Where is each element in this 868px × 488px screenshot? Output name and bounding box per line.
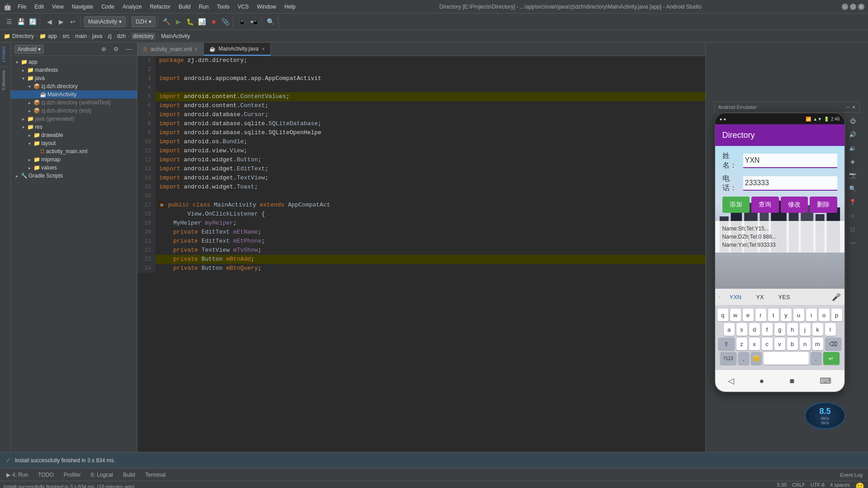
key-d[interactable]: d (749, 323, 760, 336)
menu-build[interactable]: Build (175, 3, 194, 11)
menu-view[interactable]: View (48, 3, 67, 11)
key-h[interactable]: h (787, 323, 798, 336)
forward-btn[interactable]: ▶ (56, 16, 66, 27)
profile-btn[interactable]: 📊 (197, 16, 208, 27)
kb-suggest-yx[interactable]: YX (750, 292, 769, 302)
bc-mainactivity[interactable]: MainActivity (161, 33, 190, 39)
key-m[interactable]: m (812, 338, 823, 350)
tab-mainactivity-java[interactable]: ☕ MainActivity.java ✕ (204, 43, 270, 56)
run-config-dropdown[interactable]: MainActivity ▾ (84, 16, 126, 27)
debug-btn[interactable]: 🐛 (185, 16, 196, 27)
phone-name-input[interactable] (743, 154, 837, 168)
close-button[interactable]: ✕ (858, 4, 864, 10)
key-y[interactable]: y (781, 309, 792, 321)
key-backspace[interactable]: ⌫ (825, 338, 841, 350)
key-p[interactable]: p (831, 309, 842, 321)
tree-item-package[interactable]: ▾ 📦 zj.dzh.directory (11, 82, 137, 90)
keyboard-nav-btn[interactable]: ⌨ (820, 376, 831, 386)
rotate-icon[interactable]: ◈ (848, 157, 857, 166)
bc-main[interactable]: main (75, 33, 87, 39)
bc-app[interactable]: app (48, 33, 57, 39)
hamburger-menu-btn[interactable]: ☰ (4, 16, 14, 27)
tree-item-androidtest[interactable]: ▸ 📦 zj.dzh.directory (androidTest) (11, 99, 137, 107)
bc-zj[interactable]: zj (108, 33, 112, 39)
key-r[interactable]: r (755, 309, 766, 321)
tab-mainactivity-close[interactable]: ✕ (261, 47, 265, 52)
volume-up-icon[interactable]: 🔊 (848, 130, 857, 139)
emulator-close[interactable]: ✕ (852, 104, 856, 110)
revert-btn[interactable]: ↩ (67, 16, 78, 27)
menu-help[interactable]: Help (281, 3, 299, 11)
back-nav-btn[interactable]: ◁ (728, 376, 734, 386)
key-z[interactable]: z (736, 338, 747, 350)
tree-item-app[interactable]: ▾ 📁 app (11, 58, 137, 66)
collapse-btn[interactable]: — (124, 45, 133, 54)
key-v[interactable]: v (774, 338, 785, 350)
code-area[interactable]: 1 package zj.dzh.directory; 2 3 import a… (137, 56, 705, 452)
bc-directory2[interactable]: directory (131, 33, 156, 40)
tree-item-mipmap[interactable]: ▸ 📁 mipmap (11, 155, 137, 164)
key-e[interactable]: e (743, 309, 754, 321)
key-comma[interactable]: , (738, 352, 749, 365)
menu-tools[interactable]: Tools (213, 3, 233, 11)
event-log-btn[interactable]: Event Log (836, 472, 866, 478)
logcat-tab[interactable]: 6: Logcat (86, 470, 118, 480)
menu-window[interactable]: Window (253, 3, 280, 11)
tree-item-layout[interactable]: ▾ 📁 layout (11, 139, 137, 147)
home-nav-btn[interactable]: ● (760, 376, 764, 386)
tree-item-mainactivity[interactable]: ☕ MainActivity (11, 90, 137, 99)
terminal-tab[interactable]: Terminal (141, 470, 170, 480)
cog-btn[interactable]: ⚙ (112, 45, 121, 54)
more-icon[interactable]: ⋯ (848, 238, 857, 247)
tree-item-values[interactable]: ▸ 📁 values (11, 164, 137, 172)
attach-btn[interactable]: 📎 (220, 16, 231, 27)
make-project-btn[interactable]: 🔨 (161, 16, 172, 27)
key-c[interactable]: c (762, 338, 773, 350)
tab-activity-xml[interactable]: 🗒 activity_main.xml ✕ (137, 43, 204, 56)
location-icon[interactable]: 📍 (848, 197, 857, 206)
profiler-tab[interactable]: Profiler (59, 470, 85, 480)
minimize-button[interactable]: ─ (842, 4, 848, 10)
tree-item-drawable[interactable]: ▸ 📁 drawable (11, 131, 137, 139)
phone-add-btn[interactable]: 添加 (722, 197, 750, 213)
menu-vcs[interactable]: VCS (234, 3, 253, 11)
square-icon[interactable]: □ (848, 225, 857, 234)
key-a[interactable]: a (724, 323, 735, 336)
key-shift[interactable]: ⇧ (718, 338, 735, 350)
power-icon[interactable]: ⏻ (848, 116, 857, 125)
tree-item-java-generated[interactable]: ▸ 📁 java (generated) (11, 115, 137, 123)
stop-btn[interactable]: ■ (208, 16, 219, 27)
tab-activity-xml-close[interactable]: ✕ (194, 47, 198, 52)
key-f[interactable]: f (762, 323, 773, 336)
back-btn[interactable]: ◀ (44, 16, 55, 27)
key-g[interactable]: g (774, 323, 785, 336)
avd-manager-btn[interactable]: 📲 (249, 16, 259, 27)
kb-suggest-yxn[interactable]: YXN (724, 292, 747, 302)
key-o[interactable]: o (819, 309, 830, 321)
tree-item-res[interactable]: ▾ 📁 res (11, 123, 137, 131)
emulator-minimize[interactable]: ─ (846, 104, 850, 110)
menu-run[interactable]: Run (195, 3, 212, 11)
key-s[interactable]: s (736, 323, 747, 336)
key-b[interactable]: b (787, 338, 798, 350)
tree-item-java[interactable]: ▾ 📁 java (11, 74, 137, 82)
tree-item-manifests[interactable]: ▸ 📁 manifests (11, 66, 137, 74)
run-btn[interactable]: ▶ (173, 16, 184, 27)
bc-src[interactable]: src (62, 33, 70, 39)
circle-icon[interactable]: ○ (848, 211, 857, 220)
menu-navigate[interactable]: Navigate (68, 3, 97, 11)
key-x[interactable]: x (749, 338, 760, 350)
key-i[interactable]: i (806, 309, 817, 321)
key-n[interactable]: n (800, 338, 811, 350)
zoom-icon[interactable]: 🔍 (848, 184, 857, 193)
bc-java[interactable]: java (92, 33, 102, 39)
key-numbers[interactable]: ?123 (720, 352, 736, 365)
key-emoji[interactable]: 😊 (751, 352, 762, 365)
menu-edit[interactable]: Edit (31, 3, 47, 11)
structure-vtab[interactable]: 2:Structure (0, 66, 10, 94)
search-everywhere-btn[interactable]: 🔍 (265, 16, 276, 27)
menu-refactor[interactable]: Refactor (146, 3, 174, 11)
key-u[interactable]: u (793, 309, 804, 321)
android-view-dropdown[interactable]: Android ▾ (14, 45, 44, 54)
todo-tab[interactable]: TODO (33, 470, 58, 480)
